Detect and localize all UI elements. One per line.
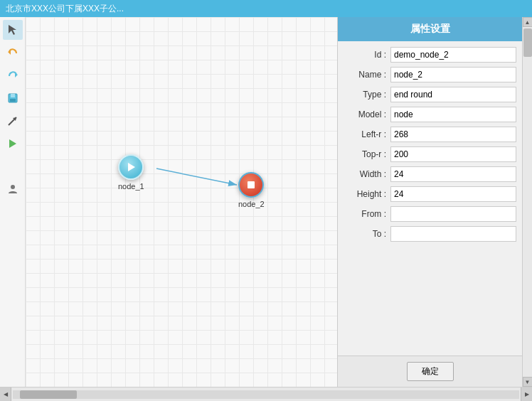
svg-marker-0 <box>9 25 16 35</box>
prop-label-model-field: Model : <box>344 109 386 119</box>
prop-label-id-field: Id : <box>344 50 386 60</box>
prop-row-name-field: Name : <box>344 67 516 82</box>
redo-tool[interactable] <box>3 65 23 85</box>
scroll-thumb[interactable] <box>523 28 532 57</box>
cursor-tool[interactable] <box>3 20 23 40</box>
props-panel: 属性设置 Id :Name :Type :Model :Left-r :Top-… <box>337 17 522 387</box>
scroll-left-arrow[interactable]: ◀ <box>0 387 11 402</box>
connector-svg <box>26 17 337 387</box>
height-field[interactable] <box>390 186 516 202</box>
from-field[interactable] <box>390 206 516 222</box>
node-2[interactable]: node_2 <box>238 172 265 208</box>
prop-row-type-field: Type : <box>344 87 516 102</box>
scrollbar-right[interactable]: ▲ ▼ <box>522 17 532 387</box>
prop-label-to-field: To : <box>344 229 386 239</box>
title-bar: 北京市XXX公司下属XXX子公... <box>0 0 532 17</box>
prop-row-top-field: Top-r : <box>344 146 516 162</box>
top-field[interactable] <box>390 146 516 162</box>
canvas-area[interactable]: node_1 node_2 <box>26 17 337 387</box>
props-header: 属性设置 <box>338 17 522 41</box>
model-field[interactable] <box>390 107 516 122</box>
prop-label-width-field: Width : <box>344 169 386 179</box>
title-text: 北京市XXX公司下属XXX子公... <box>6 3 124 15</box>
h-scroll-thumb[interactable] <box>20 390 77 399</box>
bottom-scrollbar[interactable]: ◀ ▶ <box>0 387 532 401</box>
scroll-down-arrow[interactable]: ▼ <box>523 377 533 387</box>
svg-point-9 <box>11 185 15 189</box>
svg-rect-4 <box>11 94 15 97</box>
node-1-label: node_1 <box>118 182 144 191</box>
undo-tool[interactable] <box>3 43 23 63</box>
prop-row-to-field: To : <box>344 226 516 242</box>
scroll-right-arrow[interactable]: ▶ <box>521 387 532 402</box>
toolbar <box>0 17 26 387</box>
type-field[interactable] <box>390 87 516 102</box>
props-footer: 确定 <box>338 355 522 387</box>
h-scroll-track[interactable] <box>13 390 519 399</box>
svg-line-11 <box>156 169 237 185</box>
props-content: Id :Name :Type :Model :Left-r :Top-r :Wi… <box>338 41 522 355</box>
svg-rect-13 <box>248 181 255 188</box>
prop-row-model-field: Model : <box>344 107 516 122</box>
prop-label-from-field: From : <box>344 209 386 219</box>
id-field[interactable] <box>390 47 516 63</box>
width-field[interactable] <box>390 166 516 182</box>
scroll-up-arrow[interactable]: ▲ <box>523 17 533 27</box>
node-1[interactable]: node_1 <box>118 154 144 191</box>
prop-row-width-field: Width : <box>344 166 516 182</box>
stop-tool[interactable] <box>3 156 23 176</box>
confirm-button[interactable]: 确定 <box>407 362 454 381</box>
prop-label-left-field: Left-r : <box>344 129 386 139</box>
node-2-label: node_2 <box>238 200 265 208</box>
prop-label-type-field: Type : <box>344 90 386 100</box>
prop-label-top-field: Top-r : <box>344 149 386 159</box>
prop-row-id-field: Id : <box>344 47 516 63</box>
prop-row-height-field: Height : <box>344 186 516 202</box>
name-field[interactable] <box>390 67 516 82</box>
play-tool[interactable] <box>3 134 23 154</box>
prop-row-left-field: Left-r : <box>344 127 516 142</box>
to-field[interactable] <box>390 226 516 242</box>
prop-label-name-field: Name : <box>344 70 386 80</box>
save-tool[interactable] <box>3 88 23 108</box>
arrow-tool[interactable] <box>3 111 23 131</box>
svg-marker-8 <box>9 139 16 148</box>
user-tool[interactable] <box>3 179 23 199</box>
left-field[interactable] <box>390 127 516 142</box>
svg-marker-12 <box>128 163 135 171</box>
prop-label-height-field: Height : <box>344 189 386 199</box>
prop-row-from-field: From : <box>344 206 516 222</box>
svg-rect-5 <box>10 99 16 102</box>
